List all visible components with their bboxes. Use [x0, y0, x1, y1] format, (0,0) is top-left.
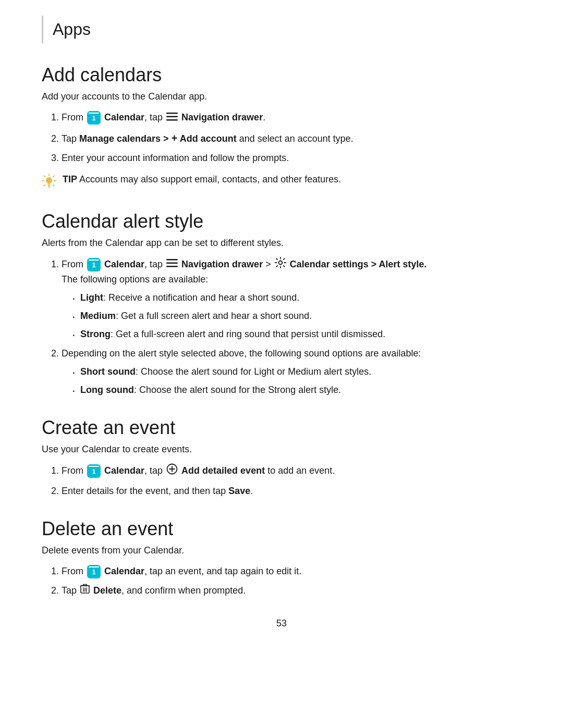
calendar-icon-4: 1 [87, 565, 101, 578]
delete-bold: Delete [93, 585, 121, 596]
page-header: Apps [42, 16, 521, 43]
svg-rect-2 [166, 119, 178, 121]
svg-rect-1 [166, 116, 178, 117]
svg-rect-17 [166, 266, 178, 267]
alert-option-medium: Medium: Get a full screen alert and hear… [72, 309, 521, 323]
section-desc-add-calendars: Add your accounts to the Calendar app. [42, 91, 521, 102]
section-create-event: Create an event Use your Calendar to cre… [42, 417, 521, 498]
sound-option-long: Long sound: Choose the alert sound for t… [72, 383, 521, 397]
step-alert-2: Depending on the alert style selected ab… [62, 347, 521, 397]
section-desc-delete-event: Delete events from your Calendar. [42, 545, 521, 556]
tip-box: TIP Accounts may also support email, con… [42, 172, 521, 191]
svg-line-7 [44, 176, 45, 177]
calendar-bold-3: Calendar [104, 465, 144, 476]
alert-option-strong: Strong: Get a full-screen alert and ring… [72, 327, 521, 341]
section-delete-event: Delete an event Delete events from your … [42, 518, 521, 599]
calendar-icon-1: 1 [87, 111, 101, 125]
steps-delete-event: From 1 Calendar, tap an event, and tap a… [56, 564, 521, 599]
tip-label: TIP [63, 174, 77, 184]
nav-drawer-bold-2: Navigation drawer [181, 259, 263, 269]
svg-rect-14 [48, 186, 50, 187]
sound-option-short: Short sound: Choose the alert sound for … [72, 365, 521, 379]
calendar-bold-1: Calendar [104, 112, 144, 122]
section-add-calendars: Add calendars Add your accounts to the C… [42, 64, 521, 191]
steps-add-calendars: From 1 Calendar, tap Navigation drawer. … [56, 110, 521, 165]
step-delete-2: Tap Delete, and confirm when prompted. [62, 584, 521, 598]
step-add-calendars-1: From 1 Calendar, tap Navigation drawer. [62, 110, 521, 125]
trash-icon-1 [80, 584, 90, 598]
steps-calendar-alert: From 1 Calendar, tap Navigation drawer > [56, 257, 521, 397]
options-intro: The following options are available: [62, 274, 208, 285]
svg-line-8 [53, 184, 54, 186]
manage-calendars-bold: Manage calendars > + Add account [79, 133, 237, 144]
section-title-add-calendars: Add calendars [42, 64, 521, 86]
section-calendar-alert-style: Calendar alert style Alerts from the Cal… [42, 211, 521, 397]
save-bold: Save [228, 486, 250, 496]
calendar-bold-4: Calendar [104, 566, 144, 576]
tip-bulb-icon [42, 174, 56, 191]
svg-rect-15 [166, 259, 178, 261]
hamburger-icon-1 [166, 111, 178, 125]
tip-content: Accounts may also support email, contact… [79, 174, 341, 184]
add-detailed-event-bold: Add detailed event [181, 465, 265, 476]
step-create-2: Enter details for the event, and then ta… [62, 484, 521, 498]
medium-bold: Medium [80, 311, 116, 321]
tip-text: TIP Accounts may also support email, con… [63, 172, 341, 187]
calendar-icon-3: 1 [87, 464, 101, 478]
light-bold: Light [80, 292, 103, 303]
step-add-calendars-2: Tap Manage calendars > + Add account and… [62, 130, 521, 146]
svg-rect-16 [166, 263, 178, 264]
svg-line-10 [44, 184, 45, 186]
alert-options-list: Light: Receive a notification and hear a… [72, 291, 521, 341]
gear-icon-1 [275, 257, 286, 273]
short-sound-bold: Short sound [80, 366, 136, 377]
page-container: Apps Add calendars Add your accounts to … [0, 0, 563, 660]
header-border [42, 16, 43, 43]
svg-rect-0 [166, 113, 178, 114]
step-add-calendars-3: Enter your account information and follo… [62, 151, 521, 165]
nav-drawer-bold-1: Navigation drawer [181, 112, 263, 122]
svg-point-11 [46, 177, 52, 183]
steps-create-event: From 1 Calendar, tap Add detailed event … [56, 463, 521, 498]
calendar-bold-2: Calendar [104, 259, 144, 269]
step-delete-1: From 1 Calendar, tap an event, and tap a… [62, 564, 521, 578]
section-desc-calendar-alert: Alerts from the Calendar app can be set … [42, 238, 521, 249]
step-alert-1: From 1 Calendar, tap Navigation drawer > [62, 257, 521, 341]
strong-bold: Strong [80, 329, 111, 339]
svg-point-18 [278, 261, 282, 264]
step-create-1: From 1 Calendar, tap Add detailed event … [62, 463, 521, 479]
svg-rect-13 [48, 184, 51, 186]
calendar-icon-2: 1 [87, 258, 101, 272]
section-title-calendar-alert: Calendar alert style [42, 211, 521, 232]
svg-line-9 [53, 176, 54, 177]
long-sound-bold: Long sound [80, 385, 134, 395]
page-number: 53 [42, 618, 521, 629]
section-title-delete-event: Delete an event [42, 518, 521, 540]
alert-option-light: Light: Receive a notification and hear a… [72, 291, 521, 305]
section-title-create-event: Create an event [42, 417, 521, 439]
calendar-settings-bold: Calendar settings > Alert style. [290, 259, 427, 269]
plus-circle-icon-1 [166, 463, 178, 479]
sound-options-list: Short sound: Choose the alert sound for … [72, 365, 521, 397]
svg-rect-12 [47, 183, 51, 184]
section-desc-create-event: Use your Calendar to create events. [42, 444, 521, 455]
hamburger-icon-2 [166, 257, 178, 272]
page-title: Apps [53, 16, 91, 43]
